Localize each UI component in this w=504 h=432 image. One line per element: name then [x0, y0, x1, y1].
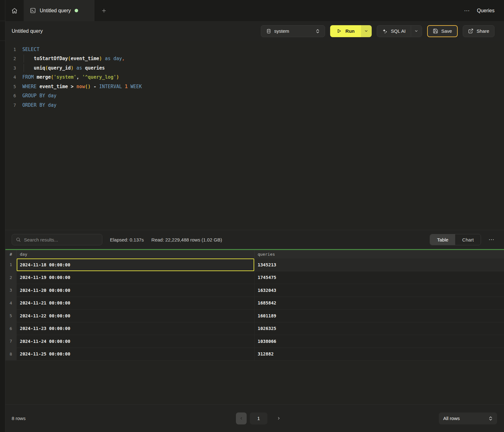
line-number: 3 — [5, 65, 16, 71]
updown-chevron-icon — [316, 29, 320, 34]
read-stat: Read: 22,229,488 rows (1.02 GB) — [152, 237, 222, 242]
view-toggle-table[interactable]: Table — [430, 234, 455, 245]
column-header-day[interactable]: day — [16, 250, 254, 259]
sql-console-window: Untitled query ⋯ Queries Untitled query … — [0, 0, 504, 432]
results-toolbar: Elapsed: 0.137s Read: 22,229,488 rows (1… — [5, 230, 504, 249]
row-count-label: 8 rows — [12, 416, 81, 421]
elapsed-stat: Elapsed: 0.137s — [110, 237, 144, 242]
code-text: WHERE event_time > now() - INTERVAL 1 WE… — [22, 84, 142, 89]
line-number: 1 — [5, 47, 16, 52]
results-more-icon[interactable]: ⋯ — [489, 236, 495, 243]
sql-editor[interactable]: 1SELECT2 toStartOfDay(event_time) as day… — [5, 41, 504, 230]
queries-cell[interactable]: 1685842 — [254, 297, 504, 310]
home-button[interactable] — [5, 0, 24, 21]
updown-chevron-icon — [489, 416, 493, 421]
code-line[interactable]: 7ORDER BY day — [5, 100, 504, 110]
page-size-selector[interactable]: All rows — [439, 412, 497, 424]
view-toggle-chart[interactable]: Chart — [455, 234, 481, 245]
sql-ai-button[interactable]: SQL AI — [377, 25, 411, 37]
day-cell[interactable]: 2024-11-19 00:00:00 — [16, 271, 254, 284]
row-number-cell[interactable]: 5 — [5, 310, 16, 322]
row-number-cell[interactable]: 7 — [5, 335, 16, 348]
row-number-cell[interactable]: 3 — [5, 284, 16, 297]
database-selector[interactable]: system — [261, 25, 325, 37]
code-line[interactable]: 6GROUP BY day — [5, 91, 504, 101]
table-row: 72024-11-24 00:00:001038066 — [5, 335, 504, 348]
results-footer: 8 rows 1 All rows — [5, 404, 504, 432]
queries-link[interactable]: Queries — [477, 8, 495, 14]
queries-cell[interactable]: 1632043 — [254, 284, 504, 297]
day-cell[interactable]: 2024-11-23 00:00:00 — [16, 322, 254, 335]
row-number-cell[interactable]: 4 — [5, 297, 16, 310]
new-tab-button[interactable] — [94, 0, 113, 21]
code-text: GROUP BY day — [22, 93, 56, 99]
row-number-cell[interactable]: 1 — [5, 259, 16, 271]
row-number-cell[interactable]: 2 — [5, 271, 16, 284]
current-page-button[interactable]: 1 — [250, 412, 267, 424]
save-button[interactable]: Save — [427, 25, 458, 37]
query-title: Untitled query — [12, 28, 43, 34]
day-cell[interactable]: 2024-11-22 00:00:00 — [16, 310, 254, 322]
queries-cell[interactable]: 1345213 — [254, 259, 504, 271]
code-line[interactable]: 4FROM merge('system', '^query_log') — [5, 73, 504, 82]
line-number: 4 — [5, 75, 16, 80]
next-page-button[interactable] — [273, 412, 284, 424]
queries-cell[interactable]: 312882 — [254, 348, 504, 361]
run-button[interactable]: Run — [330, 25, 361, 37]
code-line[interactable]: 3 uniq(query_id) as queries — [5, 63, 504, 73]
queries-cell[interactable]: 1038066 — [254, 335, 504, 348]
sparkles-icon — [382, 28, 388, 34]
sql-ai-options-button[interactable] — [411, 25, 422, 37]
day-cell[interactable]: 2024-11-21 00:00:00 — [16, 297, 254, 310]
collapsed-sidebar-strip[interactable] — [0, 0, 5, 432]
column-header-index[interactable]: # — [5, 250, 16, 259]
column-header-queries[interactable]: queries — [254, 250, 504, 259]
sql-ai-split-button: SQL AI — [377, 25, 422, 37]
line-number: 5 — [5, 84, 16, 89]
plus-icon — [101, 8, 107, 14]
code-text: uniq(query_id) as queries — [22, 65, 105, 71]
play-icon — [336, 28, 342, 34]
row-number-cell[interactable]: 8 — [5, 348, 16, 361]
results-empty-area — [5, 361, 504, 404]
code-text: toStartOfDay(event_time) as day, — [22, 56, 125, 61]
save-icon — [433, 28, 438, 34]
code-line[interactable]: 5WHERE event_time > now() - INTERVAL 1 W… — [5, 82, 504, 91]
database-icon — [266, 29, 271, 34]
queries-cell[interactable]: 1601189 — [254, 310, 504, 322]
code-text: ORDER BY day — [22, 102, 56, 108]
code-line[interactable]: 1SELECT — [5, 45, 504, 54]
queries-cell[interactable]: 1745475 — [254, 271, 504, 284]
row-number-cell[interactable]: 6 — [5, 322, 16, 335]
code-line[interactable]: 2 toStartOfDay(event_time) as day, — [5, 54, 504, 64]
day-cell[interactable]: 2024-11-18 00:00:00 — [16, 259, 254, 271]
sidebar-strip-mid — [0, 21, 5, 41]
database-selector-value: system — [274, 28, 289, 34]
line-number: 6 — [5, 93, 16, 98]
table-row: 22024-11-19 00:00:001745475 — [5, 271, 504, 284]
table-row: 62024-11-23 00:00:001026325 — [5, 322, 504, 335]
tab-bar: Untitled query ⋯ Queries — [5, 0, 504, 21]
run-options-button[interactable] — [361, 25, 372, 37]
view-toggle: Table Chart — [430, 234, 481, 245]
page-size-value: All rows — [443, 416, 460, 421]
sidebar-strip-top — [0, 0, 5, 21]
save-button-label: Save — [441, 28, 452, 34]
queries-cell[interactable]: 1026325 — [254, 322, 504, 335]
chevron-right-icon — [277, 416, 281, 420]
line-number: 7 — [5, 103, 16, 108]
share-button-label: Share — [477, 28, 489, 34]
day-cell[interactable]: 2024-11-25 00:00:00 — [16, 348, 254, 361]
day-cell[interactable]: 2024-11-20 00:00:00 — [16, 284, 254, 297]
share-icon — [468, 28, 473, 34]
table-row: 42024-11-21 00:00:001685842 — [5, 297, 504, 310]
day-cell[interactable]: 2024-11-24 00:00:00 — [16, 335, 254, 348]
tab-more-icon[interactable]: ⋯ — [464, 7, 470, 14]
search-results-input[interactable] — [24, 237, 98, 242]
tab-untitled-query[interactable]: Untitled query — [24, 0, 94, 21]
previous-page-button[interactable] — [236, 412, 247, 424]
share-button[interactable]: Share — [463, 25, 495, 37]
chevron-left-icon — [239, 416, 243, 420]
search-results-box[interactable] — [12, 234, 102, 245]
tab-label: Untitled query — [40, 8, 71, 14]
